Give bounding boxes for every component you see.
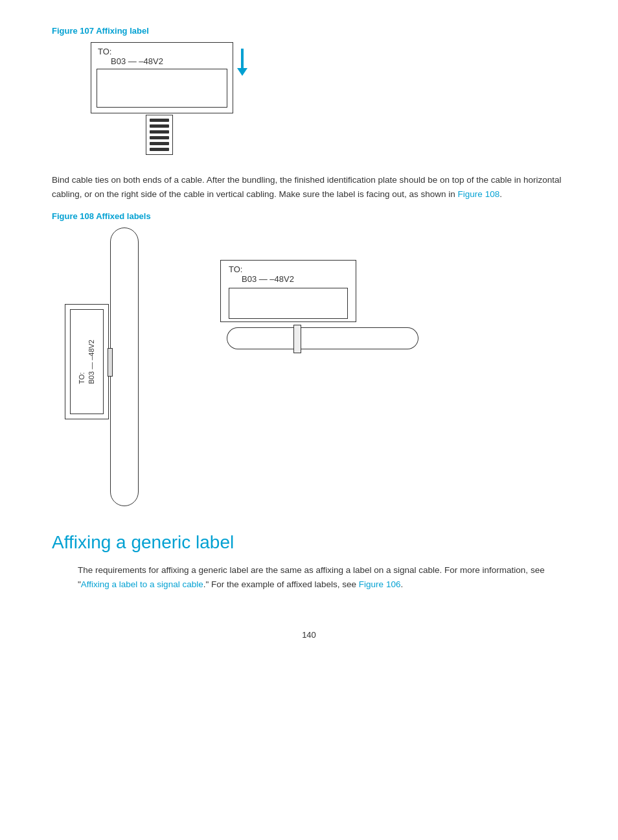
figure-107-label-to: TO: B03 — –48V2 (91, 43, 233, 69)
figure-106-link[interactable]: Figure 106 (359, 579, 401, 589)
vertical-clamp (108, 348, 113, 377)
body-text-paragraph: Bind cable ties on both ends of a cable.… (52, 173, 566, 201)
section-body-container: The requirements for affixing a generic … (78, 563, 566, 591)
figure-108-title: Figure 108 Affixed labels (52, 211, 566, 221)
signal-cable-link[interactable]: Affixing a label to a signal cable (81, 579, 203, 589)
horizontal-label-to: TO: (229, 264, 348, 274)
figure-108-link[interactable]: Figure 108 (458, 189, 500, 199)
horizontal-label-content: B03 — –48V2 (242, 274, 348, 284)
vertical-label-text: TO: B03 — –48V2 (77, 340, 97, 384)
horizontal-cable (227, 327, 418, 349)
vertical-cable-body (110, 228, 139, 506)
figure-107-arrow (237, 49, 247, 76)
figure-107-container: Figure 107 Affixing label TO: B03 — –48V… (52, 26, 566, 155)
vertical-label-card: TO: B03 — –48V2 (65, 304, 109, 419)
body-text: Bind cable ties on both ends of a cable.… (52, 173, 566, 201)
figure-108-container: Figure 108 Affixed labels TO: B03 — –48V… (52, 211, 566, 506)
cable-cap-right (400, 327, 418, 349)
figure-107-connector (146, 115, 272, 155)
horizontal-label-inner (229, 288, 348, 319)
figure-107-label-box: TO: B03 — –48V2 (91, 42, 233, 113)
cable-clamp (293, 325, 301, 353)
figure-108-horizontal-diagram: TO: B03 — –48V2 (220, 260, 418, 349)
cable-middle (245, 327, 400, 349)
figure-107-title: Figure 107 Affixing label (52, 26, 566, 36)
section-heading: Affixing a generic label (52, 532, 566, 553)
figure-108-vertical-diagram: TO: B03 — –48V2 (65, 228, 168, 506)
cable-cap-left (227, 327, 245, 349)
section-body-text: The requirements for affixing a generic … (78, 563, 566, 591)
figure-107-label-inner (97, 69, 227, 108)
page-number: 140 (52, 630, 566, 640)
vertical-label-inner: TO: B03 — –48V2 (70, 309, 104, 414)
horizontal-label-card: TO: B03 — –48V2 (220, 260, 356, 322)
figure-108-diagram: TO: B03 — –48V2 TO: B03 — –48V2 (65, 228, 566, 506)
